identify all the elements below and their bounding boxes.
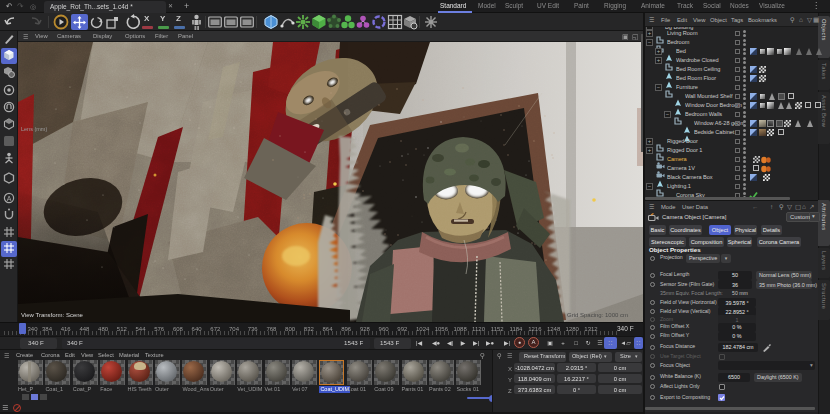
svg-text:A: A bbox=[7, 195, 12, 202]
